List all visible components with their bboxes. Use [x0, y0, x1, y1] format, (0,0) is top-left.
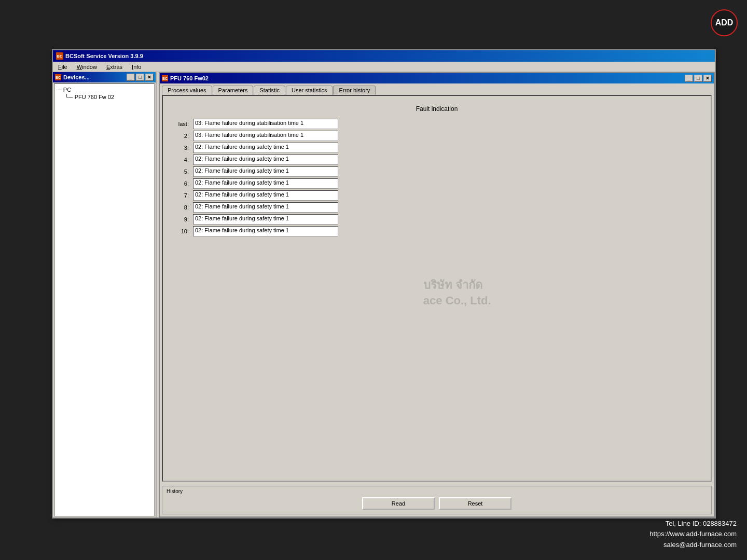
fault-row-value: 03: Flame failure during stabilisation t… [193, 119, 338, 129]
history-section: History Read Reset [162, 486, 712, 514]
bcsoft-body: BC Devices... _ □ ✕ ─ PC └─ PFU 760 Fw 0… [53, 72, 715, 517]
main-container: BC BCSoft Service Version 3.9.9 File Win… [52, 49, 716, 519]
fault-row: last:03: Flame failure during stabilisat… [172, 119, 701, 129]
tab-statistic[interactable]: Statistic [254, 86, 285, 95]
pfu-close-button[interactable]: ✕ [703, 75, 712, 82]
pfu-maximize-button[interactable]: □ [694, 75, 702, 82]
fault-row-value: 02: Flame failure during safety time 1 [193, 190, 338, 201]
tab-user-statistics[interactable]: User statistics [286, 86, 333, 95]
fault-row-label: 5: [172, 169, 193, 175]
fault-row: 4:02: Flame failure during safety time 1 [172, 155, 701, 165]
contact-tel: Tel, Line ID: 028883472 [649, 519, 737, 529]
fault-row: 9:02: Flame failure during safety time 1 [172, 214, 701, 225]
device-titlebar-buttons: _ □ ✕ [127, 74, 154, 81]
device-tree: ─ PC └─ PFU 760 Fw 02 [54, 83, 155, 516]
pfu-icon: BC [162, 75, 168, 81]
device-minimize-button[interactable]: _ [127, 74, 135, 81]
fault-row-label: 2: [172, 133, 193, 139]
fault-row-value: 02: Flame failure during safety time 1 [193, 226, 338, 236]
fault-row-label: 4: [172, 157, 193, 163]
fault-row-label: 7: [172, 192, 193, 199]
contact-website: https://www.add-furnace.com [649, 529, 737, 540]
watermark-line2: ace Co., Ltd. [423, 294, 491, 307]
fault-row: 10:02: Flame failure during safety time … [172, 226, 701, 236]
add-logo: ADD [711, 9, 738, 36]
watermark-line1: บริษัท จำกัด [423, 276, 491, 294]
read-button[interactable]: Read [362, 497, 435, 510]
fault-row: 3:02: Flame failure during safety time 1 [172, 143, 701, 153]
fault-row: 7:02: Flame failure during safety time 1 [172, 190, 701, 201]
history-legend: History [167, 488, 707, 494]
fault-row-label: 10: [172, 228, 193, 234]
fault-row: 8:02: Flame failure during safety time 1 [172, 202, 701, 213]
fault-section: Fault indication last:03: Flame failure … [168, 101, 706, 242]
device-panel: BC Devices... _ □ ✕ ─ PC └─ PFU 760 Fw 0… [53, 72, 157, 517]
contact-email: sales@add-furnace.com [649, 540, 737, 551]
fault-row: 2:03: Flame failure during stabilisation… [172, 131, 701, 141]
menu-file[interactable]: File [56, 64, 70, 70]
tab-process-values[interactable]: Process values [162, 86, 212, 95]
fault-row-label: 6: [172, 180, 193, 187]
bcsoft-icon: BC [56, 52, 63, 60]
device-close-button[interactable]: ✕ [145, 74, 154, 81]
contact-info: Tel, Line ID: 028883472 https://www.add-… [649, 519, 737, 551]
fault-row-value: 03: Flame failure during stabilisation t… [193, 131, 338, 141]
tree-item-pfu[interactable]: └─ PFU 760 Fw 02 [57, 93, 152, 101]
pfu-titlebar: BC PFU 760 Fw02 _ □ ✕ [160, 73, 714, 83]
tab-error-history[interactable]: Error history [333, 86, 376, 95]
pfu-title: PFU 760 Fw02 [170, 75, 209, 81]
fault-row: 6:02: Flame failure during safety time 1 [172, 178, 701, 189]
fault-title: Fault indication [172, 105, 701, 113]
watermark: บริษัท จำกัด ace Co., Ltd. [423, 276, 491, 307]
fault-row-label: 9: [172, 216, 193, 222]
device-maximize-button[interactable]: □ [136, 74, 144, 81]
fault-row-value: 02: Flame failure during safety time 1 [193, 214, 338, 225]
history-buttons: Read Reset [167, 497, 707, 510]
fault-row-value: 02: Flame failure during safety time 1 [193, 178, 338, 189]
bcsoft-titlebar: BC BCSoft Service Version 3.9.9 [53, 50, 715, 62]
pfu-window: BC PFU 760 Fw02 _ □ ✕ Process values Par… [159, 72, 715, 517]
fault-row-label: 3: [172, 145, 193, 151]
menu-window[interactable]: Window [75, 64, 99, 70]
fault-row-label: last: [172, 121, 193, 127]
menu-extras[interactable]: Extras [104, 64, 125, 70]
fault-row: 5:02: Flame failure during safety time 1 [172, 166, 701, 177]
tab-parameters[interactable]: Parameters [213, 86, 254, 95]
bcsoft-menubar: File Window Extras Info [53, 62, 715, 72]
add-logo-text: ADD [715, 18, 734, 27]
device-panel-title: Devices... [63, 74, 90, 80]
fault-row-value: 02: Flame failure during safety time 1 [193, 166, 338, 177]
tree-item-pc[interactable]: ─ PC [57, 86, 152, 93]
menu-info[interactable]: Info [130, 64, 143, 70]
fault-rows: last:03: Flame failure during stabilisat… [172, 119, 701, 236]
device-titlebar: BC Devices... _ □ ✕ [53, 72, 156, 82]
desktop: ADD Tel, Line ID: 028883472 https://www.… [0, 0, 747, 560]
reset-button[interactable]: Reset [439, 497, 511, 510]
fault-row-value: 02: Flame failure during safety time 1 [193, 202, 338, 213]
fault-row-value: 02: Flame failure during safety time 1 [193, 155, 338, 165]
device-icon: BC [55, 74, 61, 80]
fault-row-value: 02: Flame failure during safety time 1 [193, 143, 338, 153]
bcsoft-title: BCSoft Service Version 3.9.9 [65, 53, 143, 59]
error-history-content: บริษัท จำกัด ace Co., Ltd. Fault indicat… [162, 95, 712, 482]
pfu-minimize-button[interactable]: _ [685, 75, 693, 82]
bcsoft-window: BC BCSoft Service Version 3.9.9 File Win… [52, 49, 716, 519]
fault-row-label: 8: [172, 204, 193, 211]
tab-bar: Process values Parameters Statistic User… [160, 83, 714, 95]
pfu-titlebar-buttons: _ □ ✕ [685, 75, 712, 82]
